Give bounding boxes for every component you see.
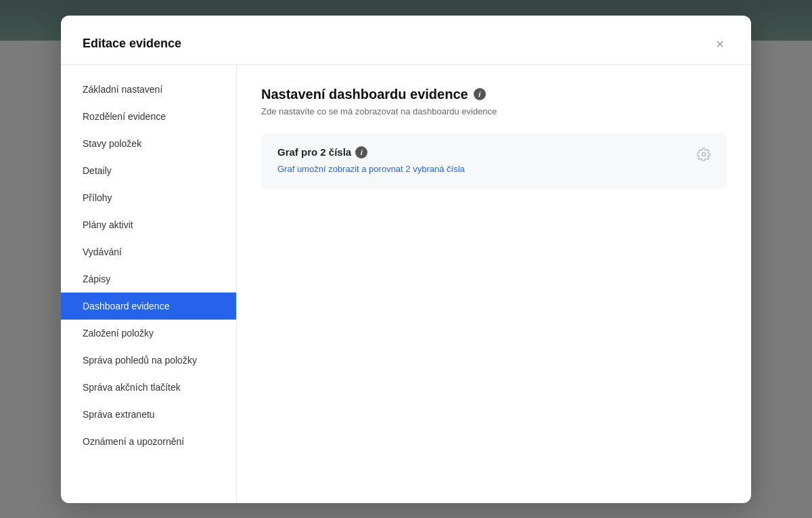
sidebar-item-zapisy[interactable]: Zápisy bbox=[61, 265, 236, 293]
sidebar-item-vydavani[interactable]: Vydávání bbox=[61, 238, 236, 265]
card-title-text: Graf pro 2 čísla bbox=[277, 146, 351, 158]
modal-dialog: Editace evidence × Základní nastaveníRoz… bbox=[61, 16, 751, 503]
sidebar-item-sprava-akcnich[interactable]: Správa akčních tlačítek bbox=[61, 374, 236, 401]
sidebar-item-zakladni-nastaveni[interactable]: Základní nastavení bbox=[61, 76, 236, 103]
sidebar-item-plany-aktivit[interactable]: Plány aktivit bbox=[61, 211, 236, 238]
modal-body: Základní nastaveníRozdělení evidenceStav… bbox=[61, 65, 751, 503]
card-title: Graf pro 2 čísla i bbox=[277, 146, 465, 158]
sidebar-item-sprava-extranetu[interactable]: Správa extranetu bbox=[61, 401, 236, 428]
card-description: Graf umožní zobrazit a porovnat 2 vybran… bbox=[277, 163, 465, 176]
section-title-text: Nastavení dashboardu evidence bbox=[261, 87, 468, 102]
main-content: Nastavení dashboardu evidence i Zde nast… bbox=[237, 65, 751, 503]
sidebar-item-dashboard-evidence[interactable]: Dashboard evidence bbox=[61, 293, 236, 320]
info-icon[interactable]: i bbox=[474, 88, 486, 100]
section-subtitle: Zde nastavíte co se má zobrazovat na das… bbox=[261, 106, 727, 116]
gear-icon[interactable] bbox=[697, 148, 710, 165]
card-info-icon[interactable]: i bbox=[355, 146, 367, 158]
close-button[interactable]: × bbox=[710, 35, 729, 53]
sidebar-item-zalozeni-polozky[interactable]: Založení položky bbox=[61, 320, 236, 347]
dashboard-card: Graf pro 2 čísla i Graf umožní zobrazit … bbox=[261, 133, 727, 190]
sidebar-item-detaily[interactable]: Detaily bbox=[61, 157, 236, 184]
sidebar-item-stavy-polozek[interactable]: Stavy položek bbox=[61, 130, 236, 157]
sidebar-item-sprava-pohledu[interactable]: Správa pohledů na položky bbox=[61, 347, 236, 374]
section-title: Nastavení dashboardu evidence i bbox=[261, 87, 727, 102]
card-content: Graf pro 2 čísla i Graf umožní zobrazit … bbox=[277, 146, 465, 176]
modal-title: Editace evidence bbox=[83, 37, 181, 51]
sidebar: Základní nastaveníRozdělení evidenceStav… bbox=[61, 65, 237, 503]
sidebar-item-prilohy[interactable]: Přílohy bbox=[61, 184, 236, 211]
sidebar-item-rozdeleni-evidence[interactable]: Rozdělení evidence bbox=[61, 103, 236, 130]
sidebar-item-oznameni-upozorneni[interactable]: Oznámení a upozornění bbox=[61, 428, 236, 455]
modal-header: Editace evidence × bbox=[61, 16, 751, 65]
